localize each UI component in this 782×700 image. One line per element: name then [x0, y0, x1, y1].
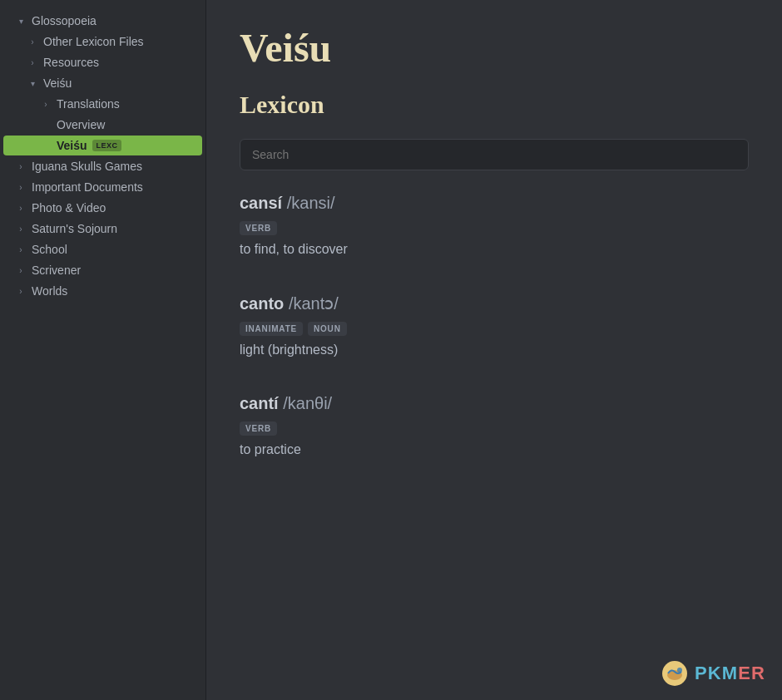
- tag-noun-canto: NOUN: [308, 322, 347, 336]
- sidebar-item-overview[interactable]: Overview: [3, 115, 202, 135]
- sidebar-label-saturns-sojourn: Saturn's Sojourn: [32, 222, 117, 235]
- chevron-icon-saturns-sojourn: ›: [15, 223, 27, 234]
- chevron-icon-worlds: ›: [15, 285, 27, 297]
- pkmer-r: R: [751, 663, 765, 683]
- pkmer-logo-icon: [661, 660, 688, 687]
- sidebar-label-school: School: [32, 243, 67, 256]
- sidebar-label-other-lexicon: Other Lexicon Files: [43, 35, 144, 48]
- sidebar-label-photo-video: Photo & Video: [32, 201, 106, 214]
- sidebar-item-school[interactable]: ›School: [3, 239, 202, 259]
- chevron-icon-school: ›: [15, 244, 27, 255]
- entries-container: cansí /kansi/VERBto find, to discovercan…: [240, 194, 749, 464]
- entry-canto: canto /kantɔ/INANIMATENOUNlight (brightn…: [240, 293, 749, 364]
- pkmer-m: M: [722, 663, 738, 683]
- sidebar-item-glossopoeia[interactable]: ▾Glossopoeia: [3, 11, 202, 31]
- sidebar-item-scrivener[interactable]: ›Scrivener: [3, 260, 202, 280]
- sidebar-label-glossopoeia: Glossopoeia: [32, 14, 97, 27]
- chevron-icon-important-docs: ›: [15, 181, 27, 193]
- sidebar-label-translations: Translations: [57, 97, 120, 111]
- pkmer-k: K: [708, 663, 722, 683]
- chevron-icon-other-lexicon: ›: [27, 36, 38, 47]
- definition-canti: to practice: [240, 442, 749, 457]
- headword-canto: canto /kantɔ/: [240, 293, 749, 313]
- sidebar-item-veisu-lexc[interactable]: VeiśuLEXC: [3, 136, 202, 155]
- pkmer-p: P: [695, 663, 708, 683]
- sidebar-item-worlds[interactable]: ›Worlds: [3, 281, 202, 301]
- tags-cansi: VERB: [240, 221, 749, 235]
- chevron-icon-resources: ›: [27, 57, 38, 68]
- pkmer-brand: PKMER: [661, 660, 765, 687]
- sidebar-item-photo-video[interactable]: ›Photo & Video: [3, 198, 202, 218]
- headword-cansi: cansí /kansi/: [240, 194, 749, 213]
- pkmer-text: PKMER: [695, 663, 765, 684]
- phonetic-canti: /kanθi/: [283, 394, 332, 412]
- main-content: Veiśu Lexicon cansí /kansi/VERBto find, …: [206, 0, 782, 700]
- page-title: Veiśu: [240, 25, 749, 71]
- svg-point-2: [677, 668, 682, 673]
- pkmer-e: E: [738, 663, 751, 683]
- sidebar-item-important-docs[interactable]: ›Important Documents: [3, 177, 202, 197]
- tag-verb-cansi: VERB: [240, 221, 277, 235]
- sidebar-label-worlds: Worlds: [32, 284, 67, 298]
- entry-canti: cantí /kanθi/VERBto practice: [240, 394, 749, 464]
- sidebar: ▾Glossopoeia›Other Lexicon Files›Resourc…: [0, 0, 206, 700]
- sidebar-label-veisu: Veiśu: [43, 76, 72, 90]
- definition-canto: light (brightness): [240, 343, 749, 357]
- sidebar-label-overview: Overview: [57, 118, 105, 131]
- entry-cansi: cansí /kansi/VERBto find, to discover: [240, 194, 749, 264]
- sidebar-label-important-docs: Important Documents: [32, 180, 143, 194]
- chevron-icon-translations: ›: [40, 98, 52, 110]
- sidebar-label-iguana-skulls: Iguana Skulls Games: [32, 160, 142, 173]
- search-input[interactable]: [240, 139, 749, 170]
- sidebar-item-translations[interactable]: ›Translations: [3, 94, 202, 114]
- chevron-icon-veisu: ▾: [27, 77, 38, 89]
- sidebar-item-resources[interactable]: ›Resources: [3, 52, 202, 72]
- phonetic-cansi: /kansi/: [287, 194, 335, 212]
- sidebar-label-veisu-lexc: Veiśu: [57, 139, 87, 152]
- phonetic-canto: /kantɔ/: [289, 294, 339, 313]
- sidebar-label-resources: Resources: [43, 56, 99, 69]
- chevron-icon-photo-video: ›: [15, 202, 27, 214]
- chevron-icon-iguana-skulls: ›: [15, 160, 27, 172]
- sidebar-item-saturns-sojourn[interactable]: ›Saturn's Sojourn: [3, 219, 202, 239]
- tags-canto: INANIMATENOUN: [240, 322, 749, 336]
- definition-cansi: to find, to discover: [240, 242, 749, 257]
- section-title: Lexicon: [240, 91, 749, 119]
- chevron-icon-scrivener: ›: [15, 264, 27, 276]
- sidebar-item-iguana-skulls[interactable]: ›Iguana Skulls Games: [3, 156, 202, 176]
- tag-inanimate-canto: INANIMATE: [240, 322, 303, 336]
- headword-canti: cantí /kanθi/: [240, 394, 749, 413]
- tag-verb-canti: VERB: [240, 421, 277, 436]
- badge-veisu-lexc: LEXC: [92, 140, 122, 151]
- sidebar-item-veisu[interactable]: ▾Veiśu: [3, 73, 202, 93]
- sidebar-label-scrivener: Scrivener: [32, 264, 81, 277]
- sidebar-item-other-lexicon[interactable]: ›Other Lexicon Files: [3, 32, 202, 52]
- chevron-icon-glossopoeia: ▾: [15, 15, 27, 27]
- tags-canti: VERB: [240, 421, 749, 436]
